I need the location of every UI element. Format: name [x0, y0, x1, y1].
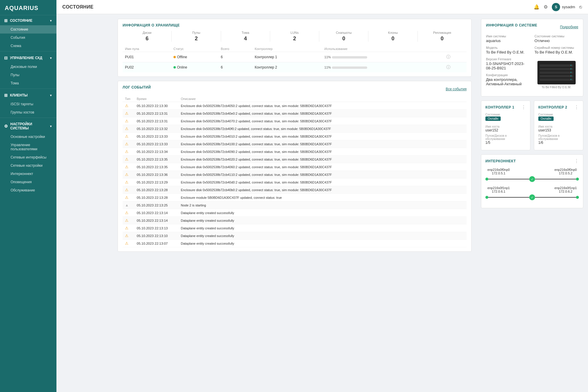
pool-cell-info[interactable]: ⓘ [444, 52, 467, 62]
pool-col-name: Имя пула [123, 46, 171, 52]
ctrl2-online-badge: Онлайн [538, 116, 554, 121]
stat-snapshots-value: 0 [322, 36, 366, 42]
sidebar-item-net-settings[interactable]: Сетевые настройки [0, 161, 56, 170]
details-link[interactable]: Подробнее [560, 25, 578, 29]
sidebar-item-interconnect[interactable]: Интерконнект [0, 170, 56, 178]
sys-info-top-row: ИНФОРМАЦИЯ О СИСТЕМЕ Подробнее [486, 23, 578, 31]
event-row: ⚠ 05.10.2023 22:13:35 Enclosure disk 0x5… [123, 156, 467, 163]
event-type-cell: ⚠ [123, 224, 134, 232]
pool-cell-info[interactable]: ⓘ [444, 62, 467, 73]
sidebar-item-host-groups[interactable]: Группы хостов [0, 108, 56, 116]
event-desc-cell: Dataplane entity created successfully [178, 217, 467, 224]
event-type-cell: ⚠ [123, 240, 134, 247]
warning-icon: ⚠ [125, 126, 128, 131]
stat-luns-value: 2 [273, 36, 317, 42]
info-icon[interactable]: ⓘ [446, 65, 450, 69]
rack-unit-3 [540, 71, 573, 74]
right-panel: ИНФОРМАЦИЯ О СИСТЕМЕ Подробнее Имя систе… [476, 14, 588, 392]
interconnect-title: ИНТЕРКОННЕКТ [485, 159, 516, 163]
stat-luns: LUNs 2 [270, 31, 319, 42]
info-icon[interactable]: ⓘ [446, 54, 450, 59]
stat-clones-value: 0 [371, 36, 415, 42]
stat-pools: Пулы 2 [172, 31, 221, 42]
event-row: ⚠ 05.10.2023 22:13:33 Enclosure disk 0x5… [123, 140, 467, 148]
interconnect-menu-icon[interactable]: ⋮ [574, 158, 579, 164]
user-menu[interactable]: S sysadm [552, 3, 575, 11]
controller1-menu-icon[interactable]: ⋮ [521, 104, 526, 110]
server-image-container: To Be Filled By O.E.M. [534, 57, 578, 92]
event-time-cell: 05.10.2023 22:13:35 [134, 163, 178, 171]
stat-volumes-label: Тома [223, 31, 268, 34]
event-desc-cell: Enclosure module 5B0BD6D1A30C437F update… [178, 194, 467, 201]
sys-firmware-item: Версия Firmware 1.0-SNAPSHOT-2023-08-25-… [486, 57, 530, 70]
sidebar-item-schema[interactable]: Схема [0, 42, 56, 50]
sidebar-item-volumes[interactable]: Тома [0, 79, 56, 87]
stat-snapshots-label: Снапшоты [322, 31, 366, 34]
interconnect-card: ИНТЕРКОННЕКТ ⋮ enp216s0f0np0 172.0.5.1 e… [481, 154, 583, 208]
sidebar-item-net-interfaces[interactable]: Сетевые интерфейсы [0, 153, 56, 161]
server-image [537, 61, 576, 84]
sidebar-item-user-mgmt[interactable]: Управление пользователями [0, 141, 56, 153]
event-type-cell: ⚠ [123, 179, 134, 186]
stat-luns-label: LUNs [273, 31, 317, 34]
sidebar: AQUARIUS ⊞ СОСТОЯНИЕ ▼ Состояние События… [0, 0, 56, 392]
ctrl1-pools-value: 1/5 [485, 141, 526, 145]
controller2-menu-icon[interactable]: ⋮ [574, 104, 579, 110]
warning-icon: ⚠ [125, 157, 128, 161]
sidebar-section-clients-header[interactable]: ⊞ КЛИЕНТЫ ▼ [0, 90, 56, 100]
storage-info-title: ИНФОРМАЦИЯ О ХРАНИЛИЩЕ [123, 23, 467, 27]
bell-icon[interactable]: 🔔 [534, 4, 539, 10]
ic-right-endpoint: enp216s0f0np0 172.0.5.2 [552, 168, 579, 175]
logout-icon[interactable]: ⎋ [579, 4, 582, 10]
ctrl1-online-badge: Онлайн [485, 116, 501, 121]
gear-icon[interactable]: ⚙ [544, 4, 548, 10]
server-image-caption: To Be Filled By O.E.M. [542, 86, 571, 89]
controller1-title: КОНТРОЛЛЕР 1 [485, 105, 514, 109]
sidebar-item-disk-shelves[interactable]: Дисковые полки [0, 63, 56, 71]
ic-line-left [488, 179, 529, 179]
sidebar-section-san-header[interactable]: ⊟ УПРАВЛЕНИЕ СХД ▼ [0, 53, 56, 63]
event-type-cell: ⚠ [123, 194, 134, 201]
event-table: Тип Время Описание ⚠ 05.10.2023 22:13:30… [123, 96, 467, 247]
pool-col-status: Статус [171, 46, 218, 52]
sidebar-section-settings-header[interactable]: ⚙ НАСТРОЙКИ СИСТЕМЫ ▼ [0, 119, 56, 133]
status-dot-icon [173, 56, 176, 58]
sidebar-item-maintenance[interactable]: Обслуживание [0, 186, 56, 194]
event-row: ⚠ 05.10.2023 22:13:29 Enclosure disk 0x5… [123, 179, 467, 186]
sidebar-item-notifications[interactable]: Оповещения [0, 178, 56, 186]
ctrl2-hostname-value: user153 [538, 128, 579, 132]
sidebar-item-iscsi[interactable]: iSCSI таргеты [0, 100, 56, 108]
event-row: ⚠ 05.10.2023 22:13:07 Dataplane entity c… [123, 240, 467, 247]
sidebar-item-status[interactable]: Состояние [0, 25, 56, 34]
ctrl2-hostname-row: Имя хоста user153 [538, 125, 579, 132]
sidebar-item-events[interactable]: События [0, 34, 56, 42]
event-log-header: ЛОГ СОБЫТИЙ Все события [123, 85, 467, 93]
event-desc-cell: Dataplane entity created successfully [178, 209, 467, 217]
sys-firmware-value: 1.0-SNAPSHOT-2023-08-25-B921 [486, 61, 530, 70]
sys-firmware-label: Версия Firmware [486, 57, 530, 61]
ic-dot-center: ✓ [529, 176, 535, 182]
pool-cell-controller: Контроллер 2 [252, 62, 322, 73]
sidebar-item-pools[interactable]: Пулы [0, 71, 56, 79]
event-time-cell: 05.10.2023 22:13:28 [134, 186, 178, 194]
ic-left-name: enp216s0f0np0 [487, 168, 510, 171]
event-row: ⚠ 05.10.2023 22:13:28 Enclosure module 5… [123, 194, 467, 201]
sidebar-section-san: ⊟ УПРАВЛЕНИЕ СХД ▼ Дисковые полки Пулы Т… [0, 53, 56, 87]
event-desc-cell: Dataplane entity created successfully [178, 224, 467, 232]
progress-bar [332, 56, 367, 59]
sidebar-item-basic-settings[interactable]: Основные настройки [0, 133, 56, 141]
event-row: ⚠ 05.10.2023 22:13:14 Dataplane entity c… [123, 217, 467, 224]
event-desc-cell: Enclosure disk 0x5002538b72cb4050:2 upda… [178, 102, 467, 110]
status-section-icon: ⊞ [4, 18, 8, 23]
controller1-card: КОНТРОЛЛЕР 1 ⋮ Состояние Онлайн Имя хост… [481, 101, 530, 150]
sidebar-section-status-header[interactable]: ⊞ СОСТОЯНИЕ ▼ [0, 15, 56, 25]
event-time-cell: 05.10.2023 22:13:25 [134, 201, 178, 209]
all-events-link[interactable]: Все события [446, 87, 467, 91]
stat-pools-value: 2 [174, 36, 218, 42]
stat-volumes: Тома 4 [221, 31, 270, 42]
event-type-cell: ⚠ [123, 209, 134, 217]
ic-line-right [535, 179, 576, 179]
warning-icon: ⚠ [125, 241, 128, 246]
sys-name-value: aquarius [486, 39, 530, 43]
pool-row: PU02 Online 6 Контроллер 2 11% ⓘ [123, 62, 467, 73]
